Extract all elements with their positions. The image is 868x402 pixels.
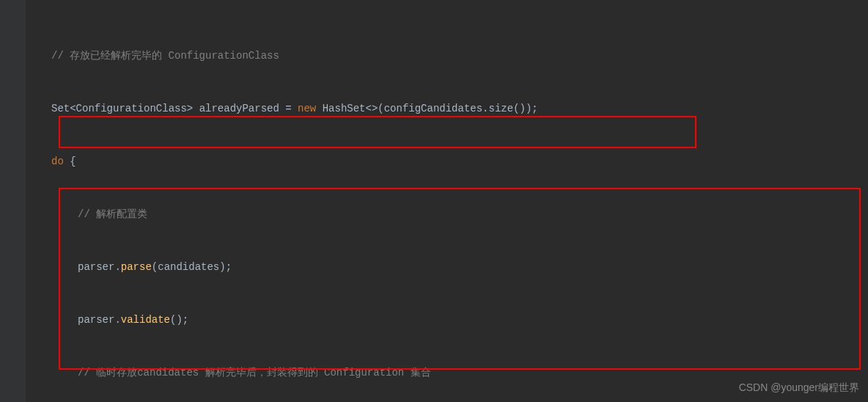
code-text: parser. — [78, 314, 121, 326]
code-text: { — [64, 156, 76, 167]
code-text: parser. — [78, 261, 121, 273]
code-method: validate — [121, 314, 170, 326]
code-method: parse — [121, 261, 152, 273]
code-comment: // 存放已经解析完毕的 ConfigurationClass — [51, 50, 279, 62]
code-editor[interactable]: // 存放已经解析完毕的 ConfigurationClass Set<Conf… — [0, 0, 868, 402]
code-text: HashSet<>(configCandidates.size()); — [316, 103, 537, 114]
code-comment: // 临时存放candidates 解析完毕后，封装得到的 Configurat… — [78, 367, 431, 379]
code-keyword: new — [298, 103, 316, 114]
code-text: (candidates); — [152, 261, 232, 273]
code-content: // 存放已经解析完毕的 ConfigurationClass Set<Conf… — [0, 0, 868, 402]
code-keyword: do — [51, 156, 64, 167]
code-text: Set<ConfigurationClass> alreadyParsed = — [51, 103, 298, 114]
watermark-text: CSDN @younger编程世界 — [739, 379, 859, 396]
code-text: (); — [170, 314, 188, 326]
code-comment: // 解析配置类 — [78, 208, 147, 220]
